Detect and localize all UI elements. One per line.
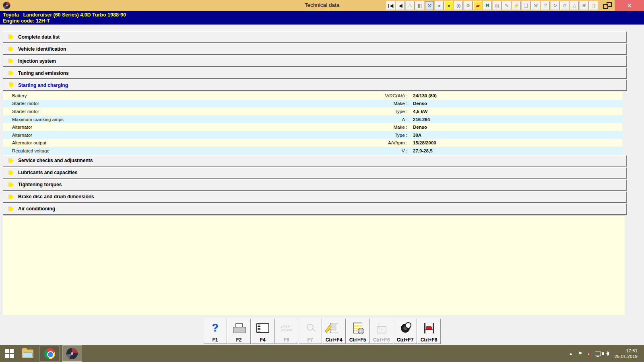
folder-icon bbox=[22, 350, 33, 358]
section-label: Complete data list bbox=[18, 34, 60, 40]
print-icon bbox=[233, 323, 245, 333]
help-car-icon[interactable]: ? bbox=[541, 1, 550, 10]
arrow-right-icon bbox=[8, 182, 14, 187]
row-unit: Make : bbox=[303, 101, 407, 106]
table-row: Alternator Type : 30A bbox=[3, 131, 622, 139]
gauge-icon[interactable]: ⊙ bbox=[560, 1, 569, 10]
section-tuning-and-emissions[interactable]: Tuning and emissions bbox=[3, 68, 627, 78]
arrow-down-icon bbox=[8, 82, 14, 88]
section-air-conditioning[interactable]: Air conditioning bbox=[3, 204, 627, 214]
function-key-label: F6 bbox=[283, 337, 289, 343]
flag-icon[interactable]: ⚑ bbox=[578, 351, 582, 356]
brush-icon[interactable]: ✎ bbox=[502, 1, 511, 10]
row-value: 27,9-28,5 bbox=[413, 148, 622, 153]
data-rows: Battery V/RC(Ah) : 24/130 (80) Starter m… bbox=[3, 92, 622, 155]
row-value: 24/130 (80) bbox=[413, 93, 622, 98]
arrow-right-icon bbox=[8, 194, 14, 200]
table-row: Maximum cranking amps A : 216-264 bbox=[3, 115, 622, 123]
section-brake-dimensions[interactable]: Brake disc and drum dimensions bbox=[3, 191, 627, 202]
vehicle-header: Toyota Landcruiser (60 Series) 4,0D Turb… bbox=[0, 11, 644, 25]
exit-door-icon[interactable]: ◧ bbox=[415, 1, 424, 10]
mouse-icon[interactable]: ● bbox=[444, 1, 453, 10]
chevron-up-icon[interactable]: ▲ bbox=[569, 352, 573, 356]
cabinet-icon[interactable]: ▯ bbox=[589, 1, 598, 10]
audio-muted-icon[interactable]: ♪ bbox=[587, 351, 590, 356]
row-unit: A : bbox=[303, 117, 407, 122]
tyre-pressure-button[interactable]: Ctrl+F7 bbox=[394, 319, 417, 344]
row-value: 15/28/2000 bbox=[413, 140, 622, 145]
section-label: Starting and charging bbox=[18, 82, 68, 88]
notes-button[interactable]: Ctrl+F4 bbox=[322, 319, 346, 344]
abbreviations-button: (Di)def ghijklm F6 bbox=[275, 319, 298, 344]
help-button[interactable]: ? F1 bbox=[204, 319, 227, 344]
car-arrows-icon[interactable]: ↻ bbox=[551, 1, 559, 10]
ac-triangle-icon[interactable]: △ bbox=[570, 1, 579, 10]
section-vehicle-identification[interactable]: Vehicle identification bbox=[3, 43, 627, 54]
section-label: Service checks and adjustments bbox=[18, 158, 93, 163]
section-service-checks[interactable]: Service checks and adjustments bbox=[3, 155, 627, 166]
section-starting-and-charging[interactable]: Starting and charging bbox=[3, 80, 627, 90]
row-unit: V : bbox=[303, 148, 407, 153]
speaker-icon[interactable] bbox=[606, 352, 609, 356]
battery-icon: ⚡ bbox=[377, 326, 386, 333]
section-label: Tightening torques bbox=[18, 182, 62, 187]
row-label: Regulated voltage bbox=[3, 148, 303, 153]
restore-icon-front bbox=[603, 4, 608, 9]
tools-icon[interactable]: ⚒ bbox=[531, 1, 540, 10]
top-toolbar: ◀ ◀ ⚠ ◧ ⚒ ● ● ◎ ⚙ ▰ Ħ ▤ ✎ ⚡ ❏ ⚒ ? ↻ ⊙ △ … bbox=[386, 1, 598, 10]
row-label: Maximum cranking amps bbox=[3, 117, 303, 122]
titlebar: Technical data ◀ ◀ ⚠ ◧ ⚒ ● ● ◎ ⚙ ▰ Ħ ▤ ✎… bbox=[0, 0, 644, 11]
file-explorer-button[interactable] bbox=[19, 345, 37, 362]
bulb-icon[interactable]: ● bbox=[435, 1, 444, 10]
row-unit: Make : bbox=[303, 125, 407, 130]
row-unit: Type : bbox=[303, 133, 407, 138]
chrome-button[interactable] bbox=[39, 346, 60, 362]
lift-icon[interactable]: Ħ bbox=[483, 1, 492, 10]
section-injection-system[interactable]: Injection system bbox=[3, 56, 627, 66]
arrow-right-icon bbox=[8, 170, 14, 175]
gears-icon[interactable]: ⚙ bbox=[464, 1, 473, 10]
row-value: Denso bbox=[413, 101, 622, 106]
battery-charge-icon[interactable]: ⚡ bbox=[512, 1, 521, 10]
engine-bug-icon[interactable]: ✱ bbox=[580, 1, 588, 10]
wheel-icon[interactable]: ◎ bbox=[454, 1, 463, 10]
start-button[interactable] bbox=[0, 345, 19, 362]
function-button-bar: ? F1 F2 F4 (Di)def ghijklm F6 F7 Ctrl+F4… bbox=[0, 315, 644, 345]
help-icon: ? bbox=[212, 322, 219, 334]
row-label: Alternator output bbox=[3, 140, 303, 145]
row-unit: Type : bbox=[303, 109, 407, 114]
taskbar-clock[interactable]: 17:51 25.01.2019 bbox=[614, 348, 640, 359]
clock-date: 25.01.2019 bbox=[614, 354, 638, 359]
close-window-button[interactable]: ✕ bbox=[615, 0, 644, 11]
print-button[interactable]: F2 bbox=[227, 319, 251, 344]
table-row: Regulated voltage V : 27,9-28,5 bbox=[3, 147, 622, 155]
diagnostics-icon[interactable]: ▰ bbox=[473, 1, 482, 10]
seat-icon[interactable]: ❏ bbox=[522, 1, 530, 10]
restore-window-button[interactable] bbox=[603, 2, 612, 9]
search-icon bbox=[305, 323, 316, 333]
autodata-app-button[interactable] bbox=[62, 346, 82, 362]
table-row: Starter motor Type : 4,5 kW bbox=[3, 107, 622, 115]
back-icon[interactable]: ◀ bbox=[396, 1, 405, 10]
vehicle-lift-button[interactable]: Ctrl+F8 bbox=[417, 319, 441, 344]
wrench-icon[interactable]: ⚒ bbox=[425, 1, 434, 10]
screen-view-button[interactable]: F4 bbox=[251, 319, 275, 344]
table-row: Alternator Make : Denso bbox=[3, 123, 622, 131]
jack-icon[interactable]: ▤ bbox=[493, 1, 502, 10]
section-complete-data-list[interactable]: Complete data list bbox=[3, 31, 627, 42]
add-to-list-button[interactable]: Ctrl+F5 bbox=[346, 319, 369, 344]
section-tightening-torques[interactable]: Tightening torques bbox=[3, 179, 627, 190]
function-key-label: Ctrl+F4 bbox=[326, 337, 343, 343]
network-icon[interactable] bbox=[595, 352, 601, 356]
warning-icon[interactable]: ⚠ bbox=[406, 1, 415, 10]
arrow-right-icon bbox=[8, 70, 14, 76]
system-tray: ▲ ⚑ ♪ 17:51 25.01.2019 bbox=[569, 348, 644, 359]
row-label: Alternator bbox=[3, 125, 303, 130]
first-page-icon[interactable]: ◀ bbox=[386, 1, 395, 10]
add-to-list-icon bbox=[353, 323, 362, 333]
notes-icon bbox=[330, 323, 338, 333]
row-value: 4,5 kW bbox=[413, 109, 622, 114]
section-lubricants-capacities[interactable]: Lubricants and capacities bbox=[3, 167, 627, 178]
table-row: Starter motor Make : Denso bbox=[3, 100, 622, 108]
section-label: Lubricants and capacities bbox=[18, 170, 77, 175]
